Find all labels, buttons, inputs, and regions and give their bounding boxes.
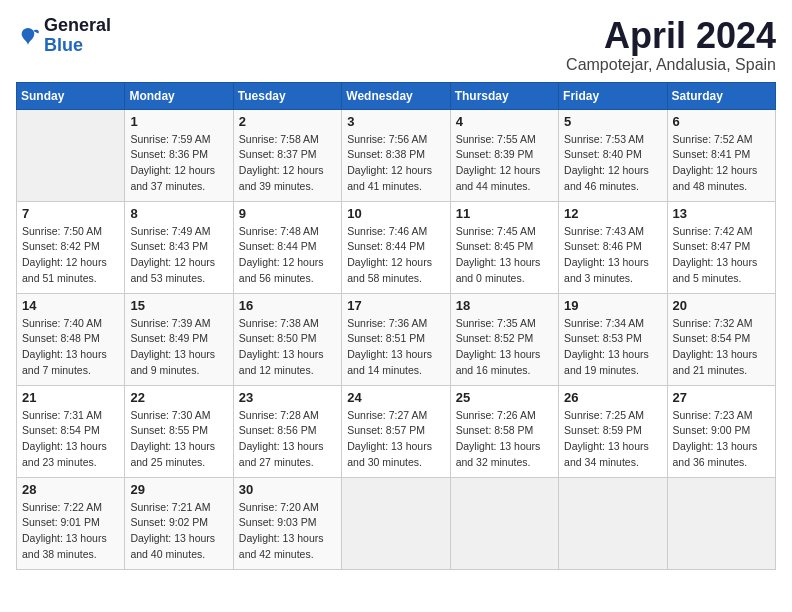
calendar-cell: 21Sunrise: 7:31 AM Sunset: 8:54 PM Dayli…	[17, 385, 125, 477]
calendar-cell: 20Sunrise: 7:32 AM Sunset: 8:54 PM Dayli…	[667, 293, 775, 385]
day-number: 2	[239, 114, 336, 129]
weekday-header: Monday	[125, 82, 233, 109]
calendar-cell: 11Sunrise: 7:45 AM Sunset: 8:45 PM Dayli…	[450, 201, 558, 293]
day-number: 10	[347, 206, 444, 221]
day-info: Sunrise: 7:36 AM Sunset: 8:51 PM Dayligh…	[347, 316, 444, 379]
day-info: Sunrise: 7:25 AM Sunset: 8:59 PM Dayligh…	[564, 408, 661, 471]
calendar-cell: 12Sunrise: 7:43 AM Sunset: 8:46 PM Dayli…	[559, 201, 667, 293]
weekday-header: Sunday	[17, 82, 125, 109]
day-number: 25	[456, 390, 553, 405]
day-info: Sunrise: 7:34 AM Sunset: 8:53 PM Dayligh…	[564, 316, 661, 379]
calendar-cell: 3Sunrise: 7:56 AM Sunset: 8:38 PM Daylig…	[342, 109, 450, 201]
day-info: Sunrise: 7:30 AM Sunset: 8:55 PM Dayligh…	[130, 408, 227, 471]
day-info: Sunrise: 7:39 AM Sunset: 8:49 PM Dayligh…	[130, 316, 227, 379]
calendar-cell: 18Sunrise: 7:35 AM Sunset: 8:52 PM Dayli…	[450, 293, 558, 385]
calendar-cell: 22Sunrise: 7:30 AM Sunset: 8:55 PM Dayli…	[125, 385, 233, 477]
day-number: 14	[22, 298, 119, 313]
day-info: Sunrise: 7:23 AM Sunset: 9:00 PM Dayligh…	[673, 408, 770, 471]
day-info: Sunrise: 7:59 AM Sunset: 8:36 PM Dayligh…	[130, 132, 227, 195]
calendar-cell: 27Sunrise: 7:23 AM Sunset: 9:00 PM Dayli…	[667, 385, 775, 477]
day-number: 16	[239, 298, 336, 313]
day-number: 24	[347, 390, 444, 405]
day-number: 18	[456, 298, 553, 313]
logo-general: General	[44, 16, 111, 36]
calendar-cell: 10Sunrise: 7:46 AM Sunset: 8:44 PM Dayli…	[342, 201, 450, 293]
day-info: Sunrise: 7:35 AM Sunset: 8:52 PM Dayligh…	[456, 316, 553, 379]
day-number: 26	[564, 390, 661, 405]
calendar-cell	[17, 109, 125, 201]
day-info: Sunrise: 7:46 AM Sunset: 8:44 PM Dayligh…	[347, 224, 444, 287]
day-info: Sunrise: 7:22 AM Sunset: 9:01 PM Dayligh…	[22, 500, 119, 563]
day-number: 9	[239, 206, 336, 221]
day-info: Sunrise: 7:21 AM Sunset: 9:02 PM Dayligh…	[130, 500, 227, 563]
calendar-week-row: 21Sunrise: 7:31 AM Sunset: 8:54 PM Dayli…	[17, 385, 776, 477]
day-number: 21	[22, 390, 119, 405]
calendar-cell: 17Sunrise: 7:36 AM Sunset: 8:51 PM Dayli…	[342, 293, 450, 385]
calendar-cell: 15Sunrise: 7:39 AM Sunset: 8:49 PM Dayli…	[125, 293, 233, 385]
day-number: 13	[673, 206, 770, 221]
day-info: Sunrise: 7:27 AM Sunset: 8:57 PM Dayligh…	[347, 408, 444, 471]
day-number: 28	[22, 482, 119, 497]
day-number: 15	[130, 298, 227, 313]
day-number: 23	[239, 390, 336, 405]
day-number: 11	[456, 206, 553, 221]
day-info: Sunrise: 7:28 AM Sunset: 8:56 PM Dayligh…	[239, 408, 336, 471]
day-info: Sunrise: 7:32 AM Sunset: 8:54 PM Dayligh…	[673, 316, 770, 379]
calendar-cell: 4Sunrise: 7:55 AM Sunset: 8:39 PM Daylig…	[450, 109, 558, 201]
page-header: General Blue April 2024 Campotejar, Anda…	[16, 16, 776, 74]
logo: General Blue	[16, 16, 111, 56]
calendar-cell: 5Sunrise: 7:53 AM Sunset: 8:40 PM Daylig…	[559, 109, 667, 201]
day-info: Sunrise: 7:38 AM Sunset: 8:50 PM Dayligh…	[239, 316, 336, 379]
day-number: 3	[347, 114, 444, 129]
day-number: 27	[673, 390, 770, 405]
day-info: Sunrise: 7:20 AM Sunset: 9:03 PM Dayligh…	[239, 500, 336, 563]
calendar-cell: 24Sunrise: 7:27 AM Sunset: 8:57 PM Dayli…	[342, 385, 450, 477]
day-number: 12	[564, 206, 661, 221]
day-info: Sunrise: 7:50 AM Sunset: 8:42 PM Dayligh…	[22, 224, 119, 287]
logo-icon	[16, 24, 40, 48]
calendar-cell: 30Sunrise: 7:20 AM Sunset: 9:03 PM Dayli…	[233, 477, 341, 569]
day-number: 8	[130, 206, 227, 221]
calendar-cell: 7Sunrise: 7:50 AM Sunset: 8:42 PM Daylig…	[17, 201, 125, 293]
calendar-cell	[667, 477, 775, 569]
calendar-cell: 6Sunrise: 7:52 AM Sunset: 8:41 PM Daylig…	[667, 109, 775, 201]
day-info: Sunrise: 7:45 AM Sunset: 8:45 PM Dayligh…	[456, 224, 553, 287]
day-info: Sunrise: 7:58 AM Sunset: 8:37 PM Dayligh…	[239, 132, 336, 195]
day-info: Sunrise: 7:48 AM Sunset: 8:44 PM Dayligh…	[239, 224, 336, 287]
calendar-week-row: 28Sunrise: 7:22 AM Sunset: 9:01 PM Dayli…	[17, 477, 776, 569]
weekday-header-row: SundayMondayTuesdayWednesdayThursdayFrid…	[17, 82, 776, 109]
calendar-week-row: 14Sunrise: 7:40 AM Sunset: 8:48 PM Dayli…	[17, 293, 776, 385]
day-info: Sunrise: 7:31 AM Sunset: 8:54 PM Dayligh…	[22, 408, 119, 471]
calendar-cell: 29Sunrise: 7:21 AM Sunset: 9:02 PM Dayli…	[125, 477, 233, 569]
calendar-cell: 25Sunrise: 7:26 AM Sunset: 8:58 PM Dayli…	[450, 385, 558, 477]
calendar-table: SundayMondayTuesdayWednesdayThursdayFrid…	[16, 82, 776, 570]
day-info: Sunrise: 7:56 AM Sunset: 8:38 PM Dayligh…	[347, 132, 444, 195]
day-number: 30	[239, 482, 336, 497]
calendar-week-row: 1Sunrise: 7:59 AM Sunset: 8:36 PM Daylig…	[17, 109, 776, 201]
calendar-week-row: 7Sunrise: 7:50 AM Sunset: 8:42 PM Daylig…	[17, 201, 776, 293]
day-number: 29	[130, 482, 227, 497]
day-number: 5	[564, 114, 661, 129]
logo-text: General Blue	[44, 16, 111, 56]
weekday-header: Saturday	[667, 82, 775, 109]
calendar-cell	[342, 477, 450, 569]
calendar-cell: 19Sunrise: 7:34 AM Sunset: 8:53 PM Dayli…	[559, 293, 667, 385]
day-number: 4	[456, 114, 553, 129]
calendar-cell: 26Sunrise: 7:25 AM Sunset: 8:59 PM Dayli…	[559, 385, 667, 477]
weekday-header: Thursday	[450, 82, 558, 109]
logo-blue: Blue	[44, 36, 111, 56]
location: Campotejar, Andalusia, Spain	[566, 56, 776, 74]
day-info: Sunrise: 7:52 AM Sunset: 8:41 PM Dayligh…	[673, 132, 770, 195]
day-number: 22	[130, 390, 227, 405]
day-number: 20	[673, 298, 770, 313]
day-info: Sunrise: 7:55 AM Sunset: 8:39 PM Dayligh…	[456, 132, 553, 195]
calendar-cell: 9Sunrise: 7:48 AM Sunset: 8:44 PM Daylig…	[233, 201, 341, 293]
calendar-cell: 2Sunrise: 7:58 AM Sunset: 8:37 PM Daylig…	[233, 109, 341, 201]
calendar-cell: 13Sunrise: 7:42 AM Sunset: 8:47 PM Dayli…	[667, 201, 775, 293]
calendar-cell: 28Sunrise: 7:22 AM Sunset: 9:01 PM Dayli…	[17, 477, 125, 569]
calendar-cell: 8Sunrise: 7:49 AM Sunset: 8:43 PM Daylig…	[125, 201, 233, 293]
title-block: April 2024 Campotejar, Andalusia, Spain	[566, 16, 776, 74]
weekday-header: Wednesday	[342, 82, 450, 109]
day-info: Sunrise: 7:26 AM Sunset: 8:58 PM Dayligh…	[456, 408, 553, 471]
month-title: April 2024	[566, 16, 776, 56]
